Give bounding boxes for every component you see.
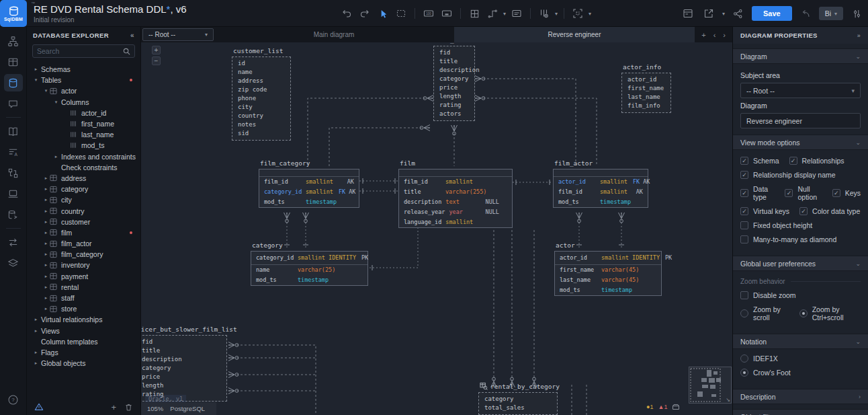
presentation-button[interactable] xyxy=(439,6,454,21)
comments-icon[interactable] xyxy=(4,95,23,112)
caret-down-icon[interactable]: ▾ xyxy=(32,77,40,83)
add-object-button[interactable]: + xyxy=(111,402,116,412)
zoom-100-button[interactable]: 100 xyxy=(421,6,436,21)
caret-right-icon[interactable]: ▸ xyxy=(42,241,50,246)
database-type[interactable]: PostgreSQL xyxy=(170,405,205,412)
checkbox-schema[interactable]: ✓Schema xyxy=(740,157,779,165)
diagram-table-film-category[interactable]: film_categoryfilm_idsmallintAKcategory_i… xyxy=(259,159,359,208)
diagram-view-actor-info[interactable]: actor_infoactor_idfirst_namelast_namefil… xyxy=(621,63,671,113)
tree-item-inventory[interactable]: ▸inventory xyxy=(27,260,140,270)
checkbox-data-type[interactable]: ✓Data type xyxy=(740,185,775,201)
warning-count-badge[interactable]: ●1 xyxy=(646,404,653,410)
export-button[interactable] xyxy=(701,6,716,21)
tree-item-views[interactable]: ▸Views xyxy=(27,326,140,336)
caret-right-icon[interactable]: ▸ xyxy=(42,197,50,202)
tree-item-film[interactable]: ▸film xyxy=(27,227,140,238)
share-icon[interactable] xyxy=(731,6,746,21)
undo-button[interactable] xyxy=(339,6,354,21)
caret-right-icon[interactable]: ▸ xyxy=(42,274,50,279)
minimap-resize-handle[interactable]: ↘ xyxy=(726,397,730,403)
checkbox-null-option[interactable]: ✓Null option xyxy=(785,185,822,201)
caret-right-icon[interactable]: ▸ xyxy=(32,317,40,322)
section-view-mode-options[interactable]: View mode options⌄ xyxy=(733,135,868,150)
tree-item-mod-ts[interactable]: mod_ts xyxy=(27,140,140,151)
section-notation[interactable]: Notation⌄ xyxy=(733,334,868,349)
tree-item-global-objects[interactable]: ▸Global objects xyxy=(27,358,140,369)
tree-item-rental[interactable]: ▸rental xyxy=(27,282,140,293)
caret-right-icon[interactable]: ▸ xyxy=(32,328,40,334)
tree-item-column-templates[interactable]: Column templates xyxy=(27,336,140,347)
section-global-user-preferences[interactable]: Global user preferences⌄ xyxy=(733,256,868,271)
compare-revisions-icon[interactable] xyxy=(4,233,23,251)
tree-item-last-name[interactable]: last_name xyxy=(27,129,140,140)
column-visibility-caret[interactable]: ▾ xyxy=(555,11,558,17)
caret-down-icon[interactable]: ▾ xyxy=(52,100,60,105)
tree-item-payment[interactable]: ▸payment xyxy=(27,271,140,282)
redo-button[interactable] xyxy=(357,6,372,21)
zoom-in-button[interactable]: + xyxy=(152,46,161,54)
tree-item-first-name[interactable]: first_name xyxy=(27,118,140,129)
grid-button[interactable] xyxy=(467,6,482,21)
caret-right-icon[interactable]: ▸ xyxy=(52,154,60,159)
tree-item-actor[interactable]: ▾actor xyxy=(27,85,140,96)
caret-right-icon[interactable]: ▸ xyxy=(42,219,50,225)
caret-right-icon[interactable]: ▸ xyxy=(42,230,50,235)
section-diagram[interactable]: Diagram⌄ xyxy=(733,48,868,64)
diagram-table-actor[interactable]: actoractor_idsmallint IDENTITYPKfirst_na… xyxy=(554,241,662,296)
revert-button[interactable] xyxy=(798,6,813,21)
export-caret[interactable]: ▾ xyxy=(722,11,725,17)
radio-zoom-by-scroll[interactable]: Zoom by scroll xyxy=(740,305,789,322)
caret-right-icon[interactable]: ▸ xyxy=(42,176,50,181)
documentation-icon[interactable] xyxy=(4,122,23,140)
caret-right-icon[interactable]: ▸ xyxy=(42,285,50,290)
add-diagram-button[interactable]: + xyxy=(701,31,705,39)
select-cursor-button[interactable] xyxy=(376,6,390,21)
marquee-select-button[interactable] xyxy=(394,6,408,21)
diagram-table-film-actor[interactable]: film_actoractor_idsmallintFKAKfilm_idsma… xyxy=(553,159,648,208)
tree-item-virtual-relationships[interactable]: ▸Virtual relationships xyxy=(27,314,140,325)
tree-item-store[interactable]: ▸store xyxy=(27,303,140,314)
connector-style-button[interactable] xyxy=(485,6,500,21)
save-button[interactable]: Save xyxy=(752,6,792,21)
tree-item-actor-id[interactable]: actor_id xyxy=(27,108,140,118)
table-grid-icon[interactable] xyxy=(4,53,23,71)
revisions-icon[interactable] xyxy=(4,164,23,182)
sitemap-icon[interactable] xyxy=(4,32,23,50)
zoom-level[interactable]: 105% xyxy=(147,405,163,412)
subject-area-select[interactable]: -- Root --▾ xyxy=(740,83,861,98)
subject-area-dropdown[interactable]: -- Root --▾ xyxy=(142,28,214,41)
database-explorer-icon[interactable] xyxy=(4,74,23,91)
column-visibility-button[interactable] xyxy=(537,6,552,21)
tree-item-flags[interactable]: ▸Flags xyxy=(27,347,140,358)
minimap[interactable]: ↘ xyxy=(689,367,732,404)
diagram-table-category[interactable]: categorycategory_idsmallint IDENTITYPKna… xyxy=(251,241,368,286)
diagram-table-film[interactable]: filmfilm_idsmallinttitlevarchar(255)desc… xyxy=(398,159,513,228)
tree-item-indexes-and-constraints[interactable]: ▸Indexes and constraints xyxy=(27,151,140,162)
caret-right-icon[interactable]: ▸ xyxy=(42,306,50,311)
properties-collapse-button[interactable]: » xyxy=(857,32,861,39)
diagram-view-film-list[interactable]: film_listfidtitledescriptioncategorypric… xyxy=(433,36,475,121)
stash-icon[interactable] xyxy=(672,403,680,411)
caret-right-icon[interactable]: ▸ xyxy=(32,350,40,355)
checkbox-virtual-keys[interactable]: ✓Virtual keys xyxy=(740,207,789,215)
checkbox-keys[interactable]: ✓Keys xyxy=(832,185,861,201)
tab-main-diagram[interactable]: Main diagram xyxy=(214,27,454,42)
diagram-view-customer-list[interactable]: customer_listidnameaddresszip codephonec… xyxy=(232,47,291,141)
caret-right-icon[interactable]: ▸ xyxy=(42,186,50,192)
caret-right-icon[interactable]: ▸ xyxy=(32,67,40,72)
diagram-canvas[interactable]: -- Root --▾ Main diagram Reverse enginee… xyxy=(141,27,732,415)
trash-button[interactable] xyxy=(124,403,133,412)
caret-right-icon[interactable]: ▸ xyxy=(42,262,50,268)
prev-tab-button[interactable]: ‹ xyxy=(713,31,716,39)
tree-item-film-category[interactable]: ▸film_category xyxy=(27,249,140,260)
checkbox-fixed-object-height[interactable]: Fixed object height xyxy=(740,221,812,229)
tab-reverse-engineer[interactable]: Reverse engineer xyxy=(454,27,695,42)
forward-engineer-icon[interactable] xyxy=(4,206,23,223)
fit-view-caret[interactable]: ▾ xyxy=(589,11,591,17)
caret-right-icon[interactable]: ▸ xyxy=(42,295,50,301)
diagram-view-nicer-but-slower-film-list[interactable]: nicer_but_slower_film_listfidtitledescri… xyxy=(141,326,227,402)
tree-item-address[interactable]: ▸address xyxy=(27,173,140,184)
radio-idef1x[interactable]: IDEF1X xyxy=(740,354,778,363)
section-object-filter[interactable]: Object filter› xyxy=(733,409,868,415)
next-tab-button[interactable]: › xyxy=(723,31,726,39)
